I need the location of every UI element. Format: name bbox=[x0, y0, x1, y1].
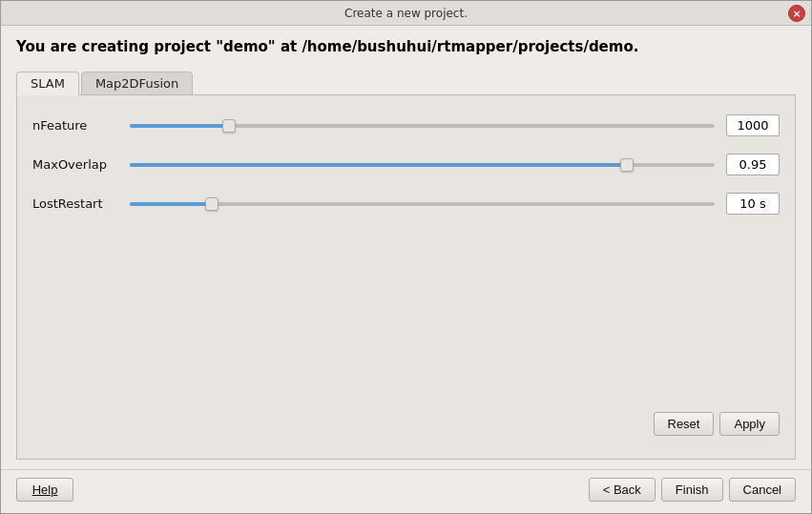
tab-container: SLAM Map2DFusion nFeature 1000 bbox=[16, 71, 796, 460]
lostrestart-row: LostRestart 10 s bbox=[32, 193, 780, 215]
cancel-button[interactable]: Cancel bbox=[729, 478, 796, 502]
nfeature-thumb[interactable] bbox=[222, 119, 236, 133]
tab-bar: SLAM Map2DFusion bbox=[16, 71, 796, 95]
lostrestart-slider-container[interactable] bbox=[130, 195, 715, 214]
tab-slam[interactable]: SLAM bbox=[16, 72, 79, 95]
maxoverlap-fill bbox=[130, 163, 627, 167]
maxoverlap-row: MaxOverlap 0.95 bbox=[32, 154, 780, 175]
title-bar: Create a new project. × bbox=[1, 1, 811, 26]
window-body: You are creating project "demo" at /home… bbox=[1, 26, 811, 469]
footer-left: Help bbox=[16, 478, 73, 502]
maxoverlap-value[interactable]: 0.95 bbox=[726, 154, 780, 175]
maxoverlap-slider-container[interactable] bbox=[130, 155, 715, 175]
lostrestart-thumb[interactable] bbox=[205, 197, 219, 211]
tab-content-slam: nFeature 1000 MaxOverlap bbox=[16, 95, 796, 460]
project-title: You are creating project "demo" at /home… bbox=[16, 37, 796, 57]
window-title: Create a new project. bbox=[344, 7, 468, 20]
nfeature-label: nFeature bbox=[32, 118, 118, 133]
close-button[interactable]: × bbox=[788, 5, 805, 22]
lostrestart-label: LostRestart bbox=[32, 196, 118, 211]
inner-buttons: Reset Apply bbox=[32, 404, 780, 440]
nfeature-slider-container[interactable] bbox=[130, 116, 715, 135]
main-window: Create a new project. × You are creating… bbox=[0, 0, 812, 514]
footer-right: < Back Finish Cancel bbox=[589, 478, 796, 502]
help-button[interactable]: Help bbox=[16, 478, 73, 502]
maxoverlap-label: MaxOverlap bbox=[32, 157, 118, 172]
maxoverlap-thumb[interactable] bbox=[620, 158, 634, 172]
nfeature-track bbox=[130, 124, 715, 128]
lostrestart-track bbox=[130, 202, 715, 206]
nfeature-fill bbox=[130, 124, 229, 128]
nfeature-value[interactable]: 1000 bbox=[726, 114, 780, 136]
nfeature-row: nFeature 1000 bbox=[32, 114, 780, 136]
tab-map2dfusion[interactable]: Map2DFusion bbox=[81, 72, 193, 95]
lostrestart-fill bbox=[130, 202, 212, 206]
lostrestart-value[interactable]: 10 s bbox=[726, 193, 780, 215]
finish-button[interactable]: Finish bbox=[661, 478, 723, 502]
reset-button[interactable]: Reset bbox=[654, 412, 715, 436]
back-button[interactable]: < Back bbox=[589, 478, 656, 502]
footer: Help < Back Finish Cancel bbox=[1, 469, 811, 513]
maxoverlap-track bbox=[130, 163, 715, 167]
apply-button[interactable]: Apply bbox=[719, 412, 780, 436]
